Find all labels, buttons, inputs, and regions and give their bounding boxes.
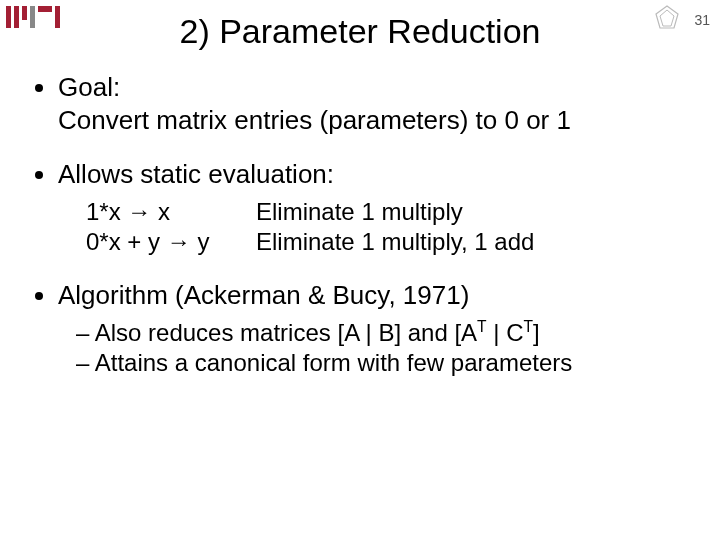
static-eval-text: Allows static evaluation: xyxy=(58,159,334,189)
sub1-pre: Also reduces matrices [A | B] and [A xyxy=(95,319,477,346)
bullet-algorithm: Algorithm (Ackerman & Bucy, 1971) Also r… xyxy=(58,279,690,379)
example-table: 1*x → x Eliminate 1 multiply 0*x + y → y… xyxy=(86,197,690,257)
bullet-static-eval: Allows static evaluation: 1*x → x Elimin… xyxy=(58,158,690,257)
page-number: 31 xyxy=(694,12,710,28)
sup-t-2: T xyxy=(524,318,534,335)
sub-bullet-canonical: Attains a canonical form with few parame… xyxy=(76,348,690,378)
ex1-rhs: Eliminate 1 multiply xyxy=(256,197,463,227)
sup-t-1: T xyxy=(477,318,487,335)
slide-body: Goal: Convert matrix entries (parameters… xyxy=(0,51,720,378)
ex2-lhs: 0*x + y → y xyxy=(86,227,256,257)
mit-logo-icon xyxy=(6,6,60,28)
ex1-lhs: 1*x → x xyxy=(86,197,256,227)
bullet-goal: Goal: Convert matrix entries (parameters… xyxy=(58,71,690,136)
goal-label: Goal: xyxy=(58,72,120,102)
algo-text: Algorithm (Ackerman & Bucy, 1971) xyxy=(58,280,469,310)
ex2-rhs: Eliminate 1 multiply, 1 add xyxy=(256,227,534,257)
goal-text: Convert matrix entries (parameters) to 0… xyxy=(58,105,571,135)
sub1-post: ] xyxy=(533,319,540,346)
sub1-mid: | C xyxy=(487,319,524,346)
slide-title: 2) Parameter Reduction xyxy=(0,0,720,51)
csail-logo-icon xyxy=(652,4,682,32)
sub-bullet-reduces: Also reduces matrices [A | B] and [AT | … xyxy=(76,317,690,348)
